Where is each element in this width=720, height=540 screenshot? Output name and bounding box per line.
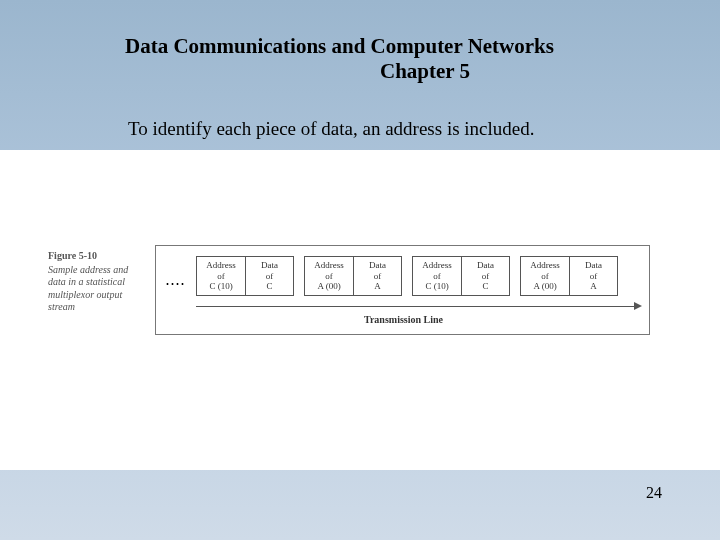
figure-caption-text: Sample address and data in a statistical… [48, 264, 143, 314]
frame-pair: Address of C (10) Data of C [196, 256, 294, 296]
cell-text: of [590, 271, 598, 281]
cell-text: Data [585, 260, 602, 270]
block-row: Address of C (10) Data of C Address of A… [196, 256, 618, 296]
cell-text: Data [369, 260, 386, 270]
address-cell: Address of A (00) [305, 257, 353, 295]
address-cell: Address of C (10) [197, 257, 245, 295]
frame-pair: Address of A (00) Data of A [520, 256, 618, 296]
figure-area: Figure 5-10 Sample address and data in a… [0, 150, 720, 470]
slide: Data Communications and Computer Network… [0, 0, 720, 540]
cell-text: of [217, 271, 225, 281]
cell-text: A [590, 281, 597, 291]
address-cell: Address of C (10) [413, 257, 461, 295]
address-cell: Address of A (00) [521, 257, 569, 295]
cell-text: of [482, 271, 490, 281]
cell-text: C (10) [209, 281, 232, 291]
page-number: 24 [646, 484, 662, 502]
cell-text: C (10) [425, 281, 448, 291]
cell-text: C [482, 281, 488, 291]
ellipsis: .... [166, 274, 186, 289]
cell-text: C [266, 281, 272, 291]
cell-text: Address [314, 260, 344, 270]
transmission-line-label: Transmission Line [156, 314, 651, 325]
cell-text: Address [530, 260, 560, 270]
cell-text: Address [206, 260, 236, 270]
cell-text: A [374, 281, 381, 291]
figure-caption: Figure 5-10 Sample address and data in a… [48, 250, 143, 314]
data-cell: Data of C [461, 257, 509, 295]
diagram-box: .... Address of C (10) Data of C [155, 245, 650, 335]
title-line-1: Data Communications and Computer Network… [125, 34, 660, 59]
cell-text: of [374, 271, 382, 281]
cell-text: A (00) [533, 281, 556, 291]
body-text: To identify each piece of data, an addre… [128, 118, 535, 140]
slide-header: Data Communications and Computer Network… [125, 34, 660, 84]
cell-text: of [266, 271, 274, 281]
data-cell: Data of A [353, 257, 401, 295]
title-line-2: Chapter 5 [125, 59, 660, 84]
data-cell: Data of A [569, 257, 617, 295]
frame-pair: Address of C (10) Data of C [412, 256, 510, 296]
frame-pair: Address of A (00) Data of A [304, 256, 402, 296]
data-cell: Data of C [245, 257, 293, 295]
cell-text: of [433, 271, 441, 281]
cell-text: Address [422, 260, 452, 270]
figure-number: Figure 5-10 [48, 250, 143, 263]
cell-text: of [541, 271, 549, 281]
cell-text: Data [477, 260, 494, 270]
arrow-head-icon [634, 302, 642, 310]
cell-text: A (00) [317, 281, 340, 291]
arrow-line [196, 306, 636, 307]
cell-text: of [325, 271, 333, 281]
cell-text: Data [261, 260, 278, 270]
